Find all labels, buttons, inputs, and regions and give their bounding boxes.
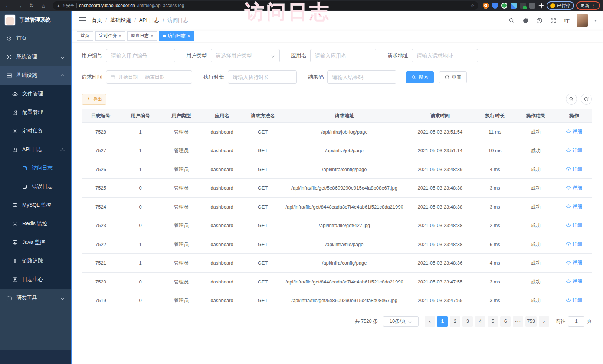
sidebar-item-file-mgmt[interactable]: 文件管理	[0, 85, 71, 103]
app-name-input[interactable]	[310, 49, 376, 62]
cell-log-id: 7525	[82, 179, 120, 198]
extension-icon[interactable]	[529, 3, 535, 9]
user-type-select[interactable]: 请选择用户类型	[211, 49, 280, 62]
fullscreen-icon[interactable]	[549, 17, 557, 24]
font-size-icon[interactable]: TT	[563, 17, 570, 24]
sidebar-item-log-center[interactable]: 日志中心	[0, 270, 71, 289]
bookmark-star-icon[interactable]: ☆	[470, 3, 475, 9]
next-page-button[interactable]: ›	[539, 316, 549, 327]
detail-link[interactable]: 详细	[566, 203, 582, 210]
prev-page-button[interactable]: ‹	[425, 316, 435, 327]
user-menu-caret-icon[interactable]	[594, 20, 597, 23]
tab-access-log[interactable]: 访问日志×	[159, 31, 194, 41]
sidebar-item-label: Redis 监控	[22, 220, 47, 227]
sidebar-item-trace[interactable]: 链路追踪	[0, 252, 71, 270]
browser-menu-icon[interactable]: ⋮	[591, 3, 596, 8]
extension-icon[interactable]	[511, 3, 517, 9]
page-button[interactable]: 6	[500, 316, 511, 327]
table-row: 7522 1 管理员 dashboard GET /api/infra/file…	[82, 235, 592, 254]
breadcrumb-item[interactable]: API 日志	[139, 17, 159, 24]
search-button[interactable]: 搜索	[406, 71, 434, 83]
extension-icon[interactable]	[483, 3, 489, 9]
avatar[interactable]	[577, 14, 588, 27]
jump-page-input[interactable]	[568, 316, 584, 327]
chevron-up-icon	[61, 148, 65, 151]
app-logo[interactable]: 芋道管理系统	[0, 11, 71, 29]
browser-forward-button[interactable]: →	[15, 1, 24, 10]
close-icon[interactable]: ×	[119, 33, 121, 39]
tab-label: 调度日志	[131, 33, 149, 39]
help-icon[interactable]	[535, 17, 543, 24]
extension-icon[interactable]	[520, 3, 526, 9]
page-size-select[interactable]: 10条/页	[383, 316, 419, 327]
detail-link[interactable]: 详细	[566, 278, 582, 285]
user-type-label: 用户类型	[186, 52, 207, 59]
detail-link[interactable]: 详细	[566, 240, 582, 247]
cell-time: 2021-05-03 23:51:54	[406, 122, 475, 141]
sidebar-item-system-mgmt[interactable]: 系统管理	[0, 47, 71, 66]
breadcrumb-item[interactable]: 基础设施	[110, 17, 131, 24]
search-icon	[412, 75, 416, 80]
date-range-picker[interactable]: 开始日期 - 结束日期	[106, 70, 192, 84]
sidebar-item-error-log[interactable]: 错误日志	[0, 177, 71, 196]
breadcrumb-item[interactable]: 首页	[92, 17, 102, 24]
detail-link[interactable]: 详细	[566, 259, 582, 266]
close-icon[interactable]: ×	[187, 33, 190, 39]
extension-icon[interactable]	[492, 3, 498, 9]
github-icon[interactable]	[522, 17, 529, 24]
user-id-input[interactable]	[106, 49, 175, 62]
result-code-input[interactable]	[327, 70, 396, 84]
cell-method: GET	[242, 272, 283, 291]
address-bar[interactable]: ▲不安全 dashboard.yudao.iocoder.cn/infra/lo…	[53, 1, 478, 10]
duration-input[interactable]	[228, 70, 297, 84]
reset-button[interactable]: 重置	[439, 71, 467, 83]
page-button[interactable]: 2	[450, 316, 460, 327]
detail-link[interactable]: 详细	[566, 128, 582, 135]
more-pages-button[interactable]: ···	[513, 316, 523, 327]
detail-link[interactable]: 详细	[566, 184, 582, 191]
extension-icon[interactable]	[501, 3, 507, 9]
profile-emoji-icon	[550, 3, 555, 8]
detail-label: 详细	[573, 147, 582, 154]
sidebar-item-api-log[interactable]: API 日志	[0, 140, 71, 159]
browser-back-button[interactable]: ←	[3, 1, 13, 10]
detail-link[interactable]: 详细	[566, 222, 582, 229]
page-button[interactable]: 753	[525, 316, 537, 327]
sidebar-item-access-log[interactable]: 访问日志	[0, 159, 71, 177]
sidebar-item-home[interactable]: 首页	[0, 29, 71, 47]
sidebar-item-redis-monitor[interactable]: Redis 监控	[0, 214, 71, 233]
tab-scheduled-jobs[interactable]: 定时任务×	[95, 31, 125, 41]
detail-label: 详细	[573, 203, 582, 210]
sidebar-item-dev-tools[interactable]: 研发工具	[0, 289, 71, 307]
export-button[interactable]: 导出	[82, 94, 106, 105]
sidebar-item-mysql-monitor[interactable]: MySQL 监控	[0, 196, 71, 214]
sidebar-item-java-monitor[interactable]: Java 监控	[0, 233, 71, 252]
detail-link[interactable]: 详细	[566, 296, 582, 304]
sidebar-item-scheduled-jobs[interactable]: 定时任务	[0, 122, 71, 140]
sidebar-item-infrastructure[interactable]: 基础设施	[0, 66, 71, 85]
refresh-table-button[interactable]	[581, 94, 592, 105]
close-icon[interactable]: ×	[151, 33, 153, 39]
toggle-search-button[interactable]	[566, 94, 577, 105]
detail-link[interactable]: 详细	[566, 147, 582, 154]
browser-reload-button[interactable]: ↻	[27, 1, 36, 10]
cell-log-id: 7519	[82, 291, 120, 310]
extension-icon[interactable]	[538, 3, 544, 9]
detail-link[interactable]: 详细	[566, 165, 582, 173]
sidebar-item-config-mgmt[interactable]: 配置管理	[0, 103, 71, 122]
tab-home[interactable]: 首页	[77, 31, 93, 41]
app-name-label: 应用名	[291, 52, 307, 59]
browser-update-button[interactable]: 更新 ⋮	[576, 1, 600, 10]
profile-paused-badge[interactable]: 已暂停	[547, 1, 574, 10]
page-button[interactable]: 4	[475, 316, 485, 327]
page-button[interactable]: 1	[437, 316, 448, 327]
browser-home-button[interactable]: ⌂	[39, 1, 48, 10]
page-button[interactable]: 3	[462, 316, 473, 327]
search-icon[interactable]	[508, 17, 515, 24]
request-url-input[interactable]	[412, 49, 478, 62]
tab-schedule-log[interactable]: 调度日志×	[127, 31, 157, 41]
breadcrumb: 首页/ 基础设施/ API 日志/ 访问日志	[92, 17, 188, 24]
col-log-id: 日志编号	[82, 109, 120, 122]
page-button[interactable]: 5	[488, 316, 498, 327]
sidebar-toggle-button[interactable]	[78, 17, 86, 24]
